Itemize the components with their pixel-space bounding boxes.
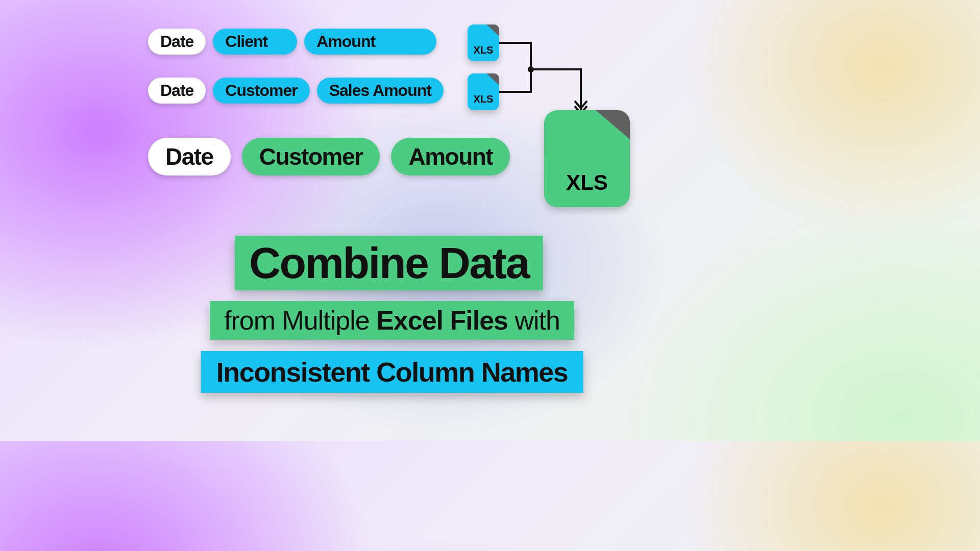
file-corner xyxy=(486,24,499,36)
xls-file-icon: XLS xyxy=(468,73,499,110)
source-row-2: Date Customer Sales Amount xyxy=(148,78,444,104)
column-pill-customer: Customer xyxy=(242,138,380,176)
title-line-2: from Multiple Excel Files with xyxy=(210,301,574,340)
file-corner xyxy=(596,110,630,139)
column-pill-amount: Amount xyxy=(391,138,510,176)
column-pill-client: Client xyxy=(213,29,297,55)
file-label: XLS xyxy=(474,93,494,105)
title-line-2-pre: from Multiple xyxy=(224,306,376,335)
title-block: Combine Data xyxy=(238,236,546,290)
diagram-stage: Date Client Amount XLS Date Customer Sal… xyxy=(0,0,784,441)
file-label: XLS xyxy=(566,170,608,195)
title-line-2-post: with xyxy=(508,306,560,335)
column-pill-customer: Customer xyxy=(213,78,309,104)
source-row-1: Date Client Amount xyxy=(148,29,436,55)
result-row: Date Customer Amount xyxy=(148,138,510,176)
column-pill-amount: Amount xyxy=(304,29,436,55)
title-line-1: Combine Data xyxy=(235,236,543,290)
xls-result-file-icon: XLS xyxy=(544,110,630,207)
title-line-2-bold: Excel Files xyxy=(376,306,508,335)
title-line-3: Inconsistent Column Names xyxy=(201,351,583,393)
xls-file-icon: XLS xyxy=(468,24,499,61)
column-pill-date: Date xyxy=(148,78,206,104)
column-pill-sales-amount: Sales Amount xyxy=(317,78,444,104)
title-block-3: Inconsistent Column Names xyxy=(201,351,583,393)
file-corner xyxy=(486,73,499,85)
file-label: XLS xyxy=(474,44,494,56)
column-pill-date: Date xyxy=(148,138,231,176)
column-pill-date: Date xyxy=(148,29,206,55)
title-block-2: from Multiple Excel Files with xyxy=(210,301,574,340)
